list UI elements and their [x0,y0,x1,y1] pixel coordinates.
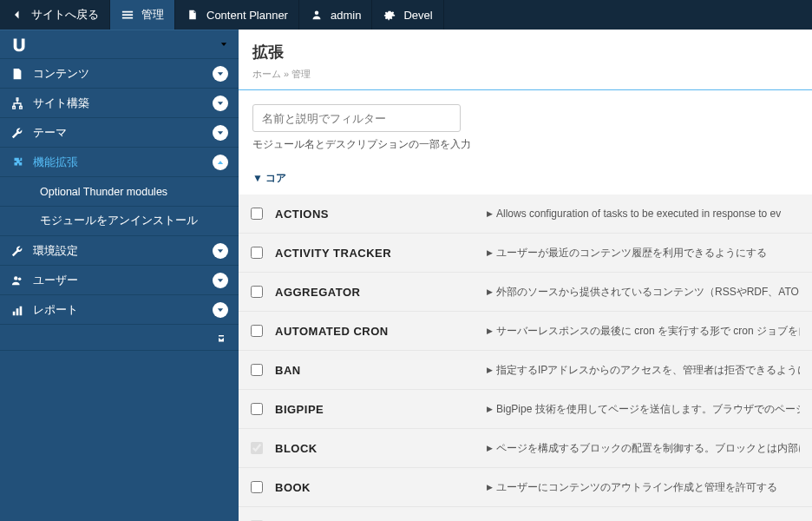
gear-icon [383,8,396,22]
module-description[interactable]: ▶ サーバーレスポンスの最後に cron を実行する形で cron ジョブを自 [487,324,800,339]
module-row: BREAKPOINT▶ レスポンシブデザイン用のブレークポイントおよびブレークポ… [239,507,812,521]
sidebar-item-extend[interactable]: 機能拡張 [0,148,239,177]
sidebar-label: テーマ [33,125,67,141]
chevron-down-icon [213,66,228,82]
triangle-right-icon: ▶ [487,248,493,257]
document-icon [10,67,24,81]
triangle-right-icon: ▶ [487,444,493,452]
module-checkbox[interactable] [251,325,263,337]
chevron-down-icon [219,38,228,51]
module-checkbox[interactable] [251,247,263,259]
module-name[interactable]: ACTIONS [275,208,475,221]
module-description-text: サーバーレスポンスの最後に cron を実行する形で cron ジョブを自 [496,324,800,339]
main-content: 拡張 ホーム » 管理 モジュール名とデスクリプションの一部を入力 ▼ コア A… [239,30,812,521]
module-row: BOOK▶ ユーザーにコンテンツのアウトライン作成と管理を許可する [239,468,812,507]
sidebar-item-users[interactable]: ユーザー [0,266,239,295]
hamburger-icon [121,8,134,22]
puzzle-icon [10,155,24,169]
chevron-down-icon [213,243,228,259]
back-to-site-link[interactable]: サイトへ戻る [0,0,110,30]
module-name[interactable]: AGGREGATOR [275,286,475,299]
module-description-text: ユーザーが最近のコンテンツ履歴を利用できるようにする [496,246,767,260]
breadcrumb-sep: » [281,69,291,79]
topbar: サイトへ戻る 管理 Content Planner admin Devel [0,0,812,30]
module-description[interactable]: ▶ ユーザーが最近のコンテンツ履歴を利用できるようにする [487,246,767,260]
module-description[interactable]: ▶ Allows configuration of tasks to be ex… [487,208,781,220]
svg-point-1 [14,276,17,280]
chevron-down-icon [213,273,228,288]
module-name[interactable]: BAN [275,364,475,377]
triangle-right-icon: ▶ [487,366,493,374]
sitemap-icon [10,96,24,110]
triangle-right-icon: ▶ [487,405,493,413]
filter-hint: モジュール名とデスクリプションの一部を入力 [252,137,798,152]
module-name[interactable]: AUTOMATED CRON [275,325,475,338]
svg-point-0 [315,11,319,16]
sidebar-sub-label: モジュールをアンインストール [40,214,198,228]
chevron-left-icon [10,8,24,22]
module-description[interactable]: ▶ ユーザーにコンテンツのアウトライン作成と管理を許可する [487,480,777,495]
document-icon [186,8,200,22]
sidebar-label: コンテンツ [33,66,89,82]
sidebar: コンテンツ サイト構築 テーマ 機能拡張 Optional Thunder mo… [0,30,239,521]
manage-tab[interactable]: 管理 [110,0,175,30]
logo-icon [10,36,29,52]
module-description[interactable]: ▶ 指定するIPアドレスからのアクセスを、管理者は拒否できるようにな [487,363,800,378]
sidebar-logo-row[interactable] [0,30,239,59]
module-description[interactable]: ▶ 外部のソースから提供されているコンテンツ（RSSやRDF、ATOMフ [487,285,800,300]
module-description-text: ユーザーにコンテンツのアウトライン作成と管理を許可する [496,480,777,495]
user-icon [310,8,324,22]
module-name[interactable]: BIGPIPE [275,403,475,416]
module-name[interactable]: BOOK [275,481,475,494]
content-planner-link[interactable]: Content Planner [175,0,299,30]
devel-label: Devel [403,9,432,22]
module-description-text: BigPipe 技術を使用してページを送信します。ブラウザでのページ表 [496,402,800,417]
module-checkbox[interactable] [251,286,263,298]
chevron-down-icon [213,302,228,318]
sidebar-item-content[interactable]: コンテンツ [0,59,239,89]
filter-input[interactable] [252,104,461,132]
manage-label: 管理 [141,7,164,23]
sidebar-item-structure[interactable]: サイト構築 [0,89,239,118]
breadcrumb-manage[interactable]: 管理 [291,69,311,79]
module-checkbox[interactable] [251,403,263,415]
sidebar-item-theme[interactable]: テーマ [0,118,239,148]
sidebar-sub-label: Optional Thunder modules [40,186,167,198]
module-name[interactable]: BLOCK [275,442,475,455]
chart-bar-icon [10,303,24,317]
breadcrumb: ホーム » 管理 [239,68,812,90]
module-description-text: ページを構成するブロックの配置を制御する。ブロックとは内部に [496,441,800,456]
chevron-down-icon [213,125,228,141]
sidebar-sub-optional-thunder[interactable]: Optional Thunder modules [0,177,239,207]
module-checkbox [251,442,263,454]
back-label: サイトへ戻る [31,7,99,23]
wrench-icon [10,244,24,258]
triangle-right-icon: ▶ [487,326,493,335]
devel-link[interactable]: Devel [372,0,443,30]
module-checkbox[interactable] [251,364,263,376]
sidebar-collapse-toggle[interactable] [0,325,239,351]
chevron-down-icon [213,96,228,111]
sidebar-label: レポート [33,302,78,318]
breadcrumb-home[interactable]: ホーム [252,69,281,79]
page-title: 拡張 [239,30,812,68]
section-core-toggle[interactable]: ▼ コア [239,157,812,195]
module-row: AUTOMATED CRON▶ サーバーレスポンスの最後に cron を実行する… [239,312,812,351]
admin-user-link[interactable]: admin [299,0,372,30]
module-checkbox[interactable] [251,481,263,493]
sidebar-sub-uninstall[interactable]: モジュールをアンインストール [0,207,239,236]
sidebar-item-config[interactable]: 環境設定 [0,236,239,266]
module-row: ACTIVITY TRACKER▶ ユーザーが最近のコンテンツ履歴を利用できるよ… [239,234,812,273]
module-list: ACTIONS▶ Allows configuration of tasks t… [239,195,812,521]
triangle-right-icon: ▶ [487,287,493,296]
triangle-right-icon: ▶ [487,483,493,491]
module-description[interactable]: ▶ ページを構成するブロックの配置を制御する。ブロックとは内部に [487,441,800,456]
admin-label: admin [331,9,361,22]
module-checkbox[interactable] [251,208,263,220]
module-name[interactable]: ACTIVITY TRACKER [275,247,475,260]
sidebar-label: 機能拡張 [33,155,78,170]
planner-label: Content Planner [206,9,288,22]
sidebar-item-reports[interactable]: レポート [0,295,239,325]
sidebar-label: ユーザー [33,273,78,288]
module-description[interactable]: ▶ BigPipe 技術を使用してページを送信します。ブラウザでのページ表 [487,402,800,417]
